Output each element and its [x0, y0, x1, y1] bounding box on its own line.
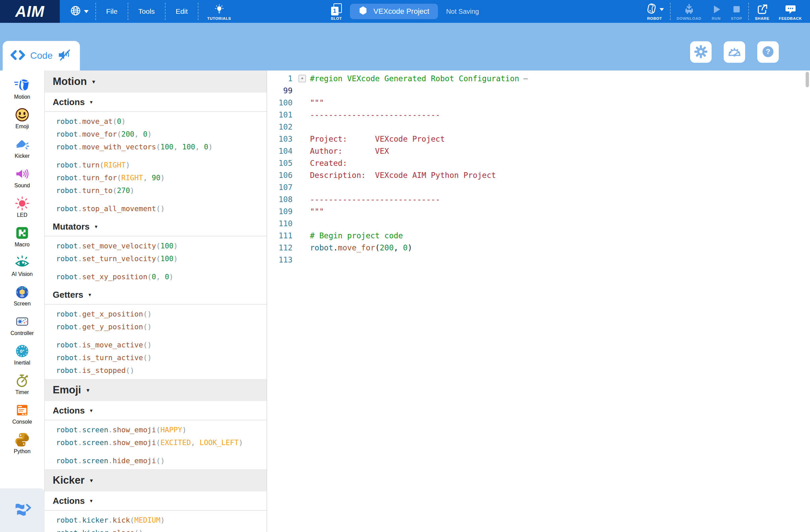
code-token: 100: [161, 254, 174, 263]
editor-line[interactable]: 108----------------------------: [267, 193, 810, 205]
robot-button[interactable]: ROBOT: [641, 0, 669, 23]
palette-command[interactable]: robot.set_xy_position(0, 0): [45, 270, 266, 283]
editor-line[interactable]: 105Created:: [267, 157, 810, 169]
collapsed-region-ellipsis[interactable]: ⋯: [523, 74, 528, 83]
code-token: robot: [56, 204, 78, 213]
palette-command[interactable]: robot.is_move_active(): [45, 339, 266, 351]
palette-group-motion-getters[interactable]: Getters▼: [45, 285, 266, 304]
editor-line[interactable]: 103Project: VEXcode Project: [267, 133, 810, 145]
sidebar-item-controller[interactable]: Controller: [0, 310, 44, 340]
palette-command[interactable]: robot.screen.hide_emoji(): [45, 454, 266, 467]
sidebar-item-screen[interactable]: Screen: [0, 281, 44, 310]
palette-command[interactable]: robot.kicker.kick(MEDIUM): [45, 514, 266, 527]
editor-line[interactable]: 106Description: VEXcode AIM Python Proje…: [267, 169, 810, 181]
palette-command[interactable]: robot.stop_all_movement(): [45, 202, 266, 215]
device-dashboard-button[interactable]: [724, 41, 745, 63]
editor-line[interactable]: 99: [267, 85, 810, 97]
code-token: LOOK_LEFT: [199, 438, 239, 447]
svg-text:?: ?: [766, 47, 770, 56]
settings-button[interactable]: [690, 41, 712, 63]
editor-line[interactable]: 107: [267, 181, 810, 193]
editor-line[interactable]: 110: [267, 217, 810, 230]
palette-section-motion[interactable]: Motion▼: [45, 70, 266, 93]
sidebar-item-kicker[interactable]: Kicker: [0, 133, 44, 163]
download-button[interactable]: DOWNLOAD: [672, 0, 706, 23]
sound-muted-icon[interactable]: [58, 49, 71, 62]
tutorials-label: TUTORIALS: [207, 16, 231, 20]
palette-command[interactable]: robot.turn(RIGHT): [45, 159, 266, 171]
palette-command[interactable]: robot.move_with_vectors(100, 100, 0): [45, 140, 266, 153]
slot-button[interactable]: 1 SLOT: [331, 0, 342, 23]
slot-number: 1: [333, 8, 336, 14]
palette-command[interactable]: robot.get_x_position(): [45, 308, 266, 320]
blocks-toggle-button[interactable]: [0, 488, 45, 532]
editor-line[interactable]: 101----------------------------: [267, 109, 810, 121]
editor-line[interactable]: 104Author: VEX: [267, 145, 810, 157]
share-button[interactable]: SHARE: [750, 0, 774, 23]
editor-line[interactable]: 109""": [267, 205, 810, 217]
code-token: robot: [56, 438, 78, 447]
editor-line[interactable]: 113: [267, 254, 810, 266]
code-token: """: [310, 207, 324, 216]
palette-command[interactable]: robot.screen.show_emoji(EXCITED, LOOK_LE…: [45, 436, 266, 449]
lightbulb-icon: [214, 3, 224, 16]
feedback-button[interactable]: FEEDBACK: [774, 0, 807, 23]
sidebar-item-emoji[interactable]: Emoji: [0, 103, 44, 133]
tutorials-button[interactable]: TUTORIALS: [200, 0, 239, 23]
palette-command[interactable]: robot.move_at(0): [45, 115, 266, 128]
palette-command[interactable]: robot.kicker.place(): [45, 527, 266, 532]
palette-command[interactable]: robot.get_y_position(): [45, 320, 266, 333]
code-token: place: [113, 529, 134, 532]
code-token: 200: [380, 243, 394, 252]
palette-section-emoji[interactable]: Emoji▼: [45, 379, 266, 401]
palette-command[interactable]: robot.turn_for(RIGHT, 90): [45, 171, 266, 184]
palette-group-motion-mutators[interactable]: Mutators▼: [45, 217, 266, 236]
sidebar-item-sound[interactable]: Sound: [0, 163, 44, 192]
menu-file[interactable]: File: [97, 0, 126, 23]
tab-code[interactable]: Code: [3, 41, 80, 70]
stop-button[interactable]: STOP: [726, 0, 747, 23]
code-token: .: [78, 353, 82, 362]
aim-logo[interactable]: AIM: [0, 0, 60, 23]
editor-line[interactable]: 112robot.move_for(200, 0): [267, 242, 810, 254]
palette-command[interactable]: robot.set_move_velocity(100): [45, 240, 266, 252]
editor-line[interactable]: 102: [267, 121, 810, 133]
sidebar-item-ai-vision[interactable]: AI Vision: [0, 251, 44, 281]
sidebar-item-python[interactable]: Python: [0, 428, 44, 458]
code-token: (): [156, 204, 165, 213]
editor-line[interactable]: 111# Begin project code: [267, 230, 810, 242]
sidebar-item-macro[interactable]: Macro: [0, 221, 44, 251]
code-editor[interactable]: 1+#region VEXcode Generated Robot Config…: [267, 70, 810, 532]
sidebar-item-inertial[interactable]: 0°Inertial: [0, 340, 44, 369]
sidebar-item-console[interactable]: Console: [0, 399, 44, 428]
run-button[interactable]: RUN: [706, 0, 726, 23]
code-token: robot: [56, 322, 78, 331]
editor-scrollbar-thumb[interactable]: [806, 72, 809, 87]
palette-group-emoji-actions[interactable]: Actions▼: [45, 401, 266, 420]
language-menu-button[interactable]: [64, 5, 94, 18]
palette-group-motion-actions[interactable]: Actions▼: [45, 93, 266, 112]
palette-group-kicker-actions[interactable]: Actions▼: [45, 492, 266, 511]
sidebar-item-timer[interactable]: Timer: [0, 369, 44, 399]
sidebar-item-led[interactable]: LED: [0, 192, 44, 221]
menu-tools[interactable]: Tools: [130, 0, 164, 23]
palette-command[interactable]: robot.is_stopped(): [45, 364, 266, 377]
palette-command[interactable]: robot.turn_to(270): [45, 184, 266, 197]
palette-command[interactable]: robot.set_turn_velocity(100): [45, 252, 266, 265]
palette-command[interactable]: robot.screen.show_emoji(HAPPY): [45, 423, 266, 436]
editor-line[interactable]: 1+#region VEXcode Generated Robot Config…: [267, 72, 810, 85]
palette-section-kicker[interactable]: Kicker▼: [45, 469, 266, 492]
sidebar-item-label: Macro: [15, 242, 30, 248]
menu-edit[interactable]: Edit: [167, 0, 196, 23]
palette-command-cluster: robot.set_xy_position(0, 0): [45, 270, 266, 283]
project-name-button[interactable]: VEXcode Project: [350, 4, 438, 19]
palette-command[interactable]: robot.is_turn_active(): [45, 351, 266, 364]
sidebar-item-label: LED: [17, 212, 27, 218]
fold-region-button[interactable]: +: [298, 75, 306, 82]
emoji-icon: [14, 107, 30, 123]
help-button[interactable]: ?: [757, 41, 779, 63]
line-number: 112: [267, 242, 292, 254]
palette-command[interactable]: robot.move_for(200, 0): [45, 128, 266, 140]
sidebar-item-motion[interactable]: Motion: [0, 74, 44, 103]
editor-line[interactable]: 100""": [267, 97, 810, 109]
